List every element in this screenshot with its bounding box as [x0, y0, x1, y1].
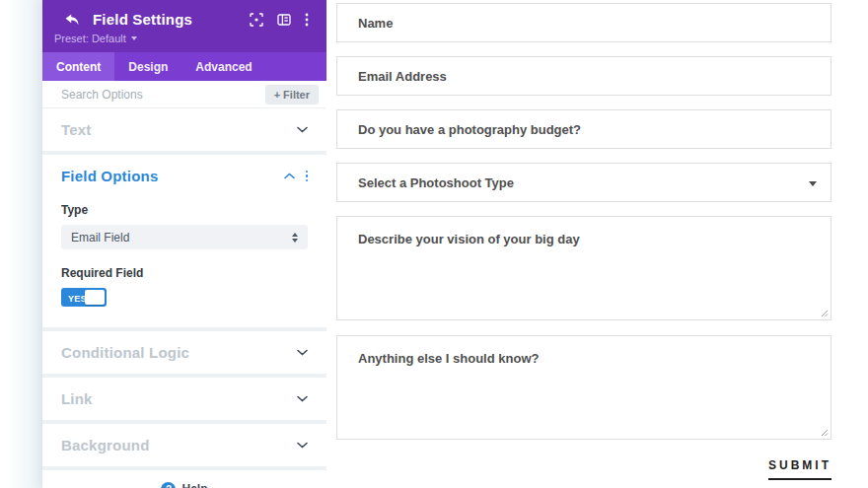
- resize-grip-icon[interactable]: [820, 309, 829, 317]
- back-icon[interactable]: [65, 14, 80, 26]
- focus-icon[interactable]: [250, 13, 263, 27]
- field-options-body: Type Email Field Required Field YES: [42, 203, 326, 327]
- help-button[interactable]: ? Help: [42, 470, 326, 488]
- required-field-label: Required Field: [61, 266, 308, 280]
- chevron-down-icon: [297, 126, 308, 133]
- name-field[interactable]: Name: [336, 3, 832, 42]
- chevron-up-icon: [284, 173, 295, 179]
- tab-advanced[interactable]: Advanced: [181, 52, 265, 81]
- budget-field[interactable]: Do you have a photography budget?: [336, 109, 832, 149]
- kebab-menu-icon[interactable]: [305, 13, 309, 27]
- preset-caret-icon: [131, 36, 137, 40]
- contact-form-preview: Name Email Address Do you have a photogr…: [326, 0, 868, 488]
- select-arrows-icon: [292, 233, 298, 243]
- chevron-down-icon: [297, 395, 308, 402]
- group-link: Link: [42, 378, 326, 420]
- columns-icon[interactable]: [277, 14, 291, 26]
- photoshoot-type-select[interactable]: Select a Photoshoot Type: [336, 163, 832, 202]
- option-groups: Text Field Options Type Email Field Requ…: [42, 108, 326, 488]
- anything-else-textarea[interactable]: Anything else I should know?: [336, 335, 832, 440]
- chevron-down-icon: [297, 349, 308, 356]
- group-text-header[interactable]: Text: [42, 108, 326, 151]
- group-options-menu-icon[interactable]: [306, 171, 309, 182]
- search-input[interactable]: [61, 88, 265, 102]
- toggle-knob: [85, 290, 105, 305]
- panel-header: Field Settings: [42, 0, 326, 52]
- page-background-gutter: [0, 0, 42, 488]
- tab-design[interactable]: Design: [114, 52, 181, 81]
- group-background-header[interactable]: Background: [42, 424, 326, 466]
- photoshoot-type-value: Select a Photoshoot Type: [358, 175, 514, 190]
- vision-textarea[interactable]: Describe your vision of your big day: [336, 216, 832, 320]
- group-conditional-logic: Conditional Logic: [42, 331, 326, 374]
- anything-else-placeholder: Anything else I should know?: [358, 351, 539, 366]
- field-type-value: Email Field: [71, 231, 129, 244]
- group-background: Background: [42, 424, 326, 466]
- select-caret-icon: [809, 181, 817, 186]
- group-conditional-logic-header[interactable]: Conditional Logic: [42, 331, 326, 374]
- group-field-options: Field Options Type Email Field Required …: [42, 155, 326, 327]
- field-type-select[interactable]: Email Field: [61, 225, 308, 249]
- filter-button[interactable]: + Filter: [265, 85, 319, 105]
- help-label: Help: [181, 482, 207, 488]
- field-settings-panel: Field Settings: [42, 0, 326, 488]
- group-field-options-header[interactable]: Field Options: [42, 155, 326, 197]
- budget-field-placeholder: Do you have a photography budget?: [358, 122, 581, 137]
- required-field-toggle[interactable]: YES: [61, 288, 107, 307]
- submit-row: SUBMIT: [336, 455, 832, 480]
- tab-content[interactable]: Content: [42, 52, 114, 81]
- group-link-header[interactable]: Link: [42, 378, 326, 420]
- email-field[interactable]: Email Address: [336, 56, 832, 96]
- resize-grip-icon[interactable]: [820, 428, 829, 437]
- help-icon: ?: [161, 482, 176, 488]
- preset-label: Preset: Default: [54, 33, 126, 44]
- preset-selector[interactable]: Preset: Default: [54, 33, 315, 44]
- email-field-placeholder: Email Address: [358, 69, 447, 84]
- group-text: Text: [42, 108, 326, 151]
- settings-tab-bar: Content Design Advanced: [42, 52, 326, 81]
- name-field-placeholder: Name: [358, 16, 393, 31]
- chevron-down-icon: [297, 442, 308, 449]
- options-search-bar: + Filter: [42, 81, 326, 108]
- panel-title: Field Settings: [93, 11, 192, 28]
- vision-textarea-placeholder: Describe your vision of your big day: [358, 232, 580, 246]
- submit-button[interactable]: SUBMIT: [768, 458, 832, 480]
- type-label: Type: [61, 203, 308, 217]
- toggle-on-label: YES: [61, 294, 87, 304]
